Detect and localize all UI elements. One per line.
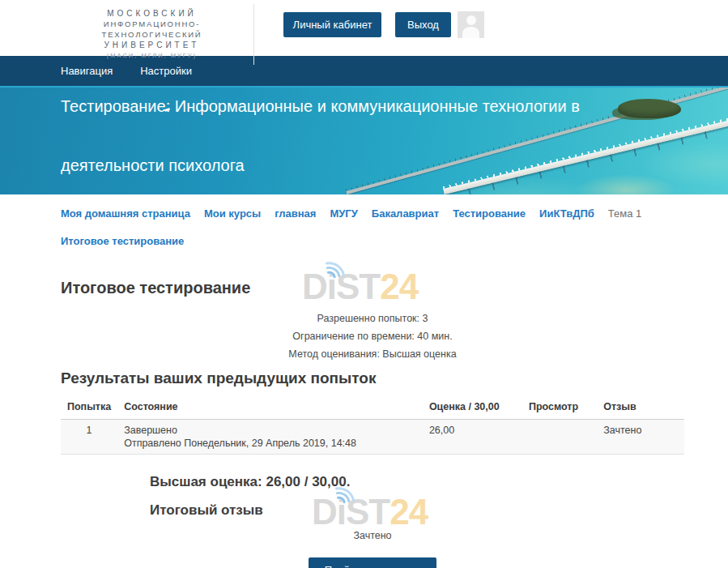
attempt-grade-cell: 26,00 [423,420,522,455]
col-header-review: Просмотр [522,396,597,420]
attempts-table-header-row: Попытка Состояние Оценка / 30,00 Просмот… [61,396,684,420]
quiz-info: Разрешенно попыток: 3 Ограничение по вре… [61,310,684,363]
course-title-line-2: деятельности психолога [61,155,580,176]
breadcrumb-my-home[interactable]: Моя домашняя страница [61,207,190,220]
grading-method-text: Метод оценивания: Высшая оценка [61,345,684,363]
col-header-state: Состояние [117,396,423,420]
course-title: Тестирование: Информационные и коммуника… [61,96,580,176]
page: МОСКОВСКИЙ ИНФОРМАЦИОННО-ТЕХНОЛОГИЧЕСКИЙ… [0,0,728,568]
quiz-title: Итоговое тестирование [61,279,684,297]
time-limit-text: Ограничение по времени: 40 мин. [61,327,684,345]
best-grade-text: Высшая оценка: 26,00 / 30,00. [150,474,684,490]
breadcrumb-iiktvdpb[interactable]: ИиКТвДПб [539,207,594,220]
breadcrumb-testing[interactable]: Тестирование [453,207,526,220]
logo-line-1: МОСКОВСКИЙ [60,8,244,19]
logo-line-4: (МАСИ, МГЛИ, МУГУ) [60,51,244,60]
attempts-table: Попытка Состояние Оценка / 30,00 Просмот… [61,396,684,455]
final-feedback-row: Итоговый отзыв DiST24 [150,502,684,519]
course-hero-banner: Тестирование: Информационные и коммуника… [0,86,728,194]
breadcrumb-mugu[interactable]: МУГУ [330,207,357,220]
university-logo[interactable]: МОСКОВСКИЙ ИНФОРМАЦИОННО-ТЕХНОЛОГИЧЕСКИЙ… [57,4,254,65]
breadcrumb: Моя домашняя страница Мои курсы главная … [0,194,728,258]
breadcrumb-main[interactable]: главная [275,207,316,220]
breadcrumb-row-2: Итоговое тестирование [61,233,728,248]
breadcrumb-bachelor[interactable]: Бакалавриат [372,207,439,220]
logout-button[interactable]: Выход [395,12,451,37]
avatar-head-icon [466,15,476,25]
attempt-review-cell [522,420,597,455]
final-feedback-value: Зачтено [61,530,684,541]
col-header-feedback: Отзыв [597,396,684,420]
main-content: DiST24 Итоговое тестирование Разрешенно … [61,279,684,568]
table-row: 1 Завершено Отправлено Понедельник, 29 А… [61,420,684,455]
breadcrumb-final-test[interactable]: Итоговое тестирование [61,235,184,247]
attempt-number-cell: 1 [61,420,117,455]
avatar-torso-icon [462,27,479,38]
personal-cabinet-button[interactable]: Личный кабинет [283,12,381,37]
col-header-grade: Оценка / 30,00 [423,396,522,420]
island-graphic [618,99,681,118]
final-feedback-heading: Итоговый отзыв [150,502,684,519]
logo-line-2: ИНФОРМАЦИОННО-ТЕХНОЛОГИЧЕСКИЙ [60,19,244,40]
retake-test-button[interactable]: Пройти тест заново [309,557,437,568]
logo-line-3: УНИВЕРСИТЕТ [60,40,244,50]
nav-item-settings[interactable]: Настройки [140,65,192,77]
attempts-allowed-text: Разрешенно попыток: 3 [61,310,684,327]
summary-block: Высшая оценка: 26,00 / 30,00. Итоговый о… [150,474,684,519]
results-heading: Результаты ваших предыдущих попыток [61,369,684,387]
site-header: МОСКОВСКИЙ ИНФОРМАЦИОННО-ТЕХНОЛОГИЧЕСКИЙ… [0,0,728,56]
attempt-state-line-2: Отправлено Понедельник, 29 Апрель 2019, … [124,437,416,450]
nav-item-navigation[interactable]: Навигация [61,65,113,77]
course-title-line-1: Тестирование: Информационные и коммуника… [61,96,580,117]
breadcrumb-row-1: Моя домашняя страница Мои курсы главная … [61,207,728,220]
attempt-state-line-1: Завершено [124,424,416,437]
user-avatar[interactable] [458,11,484,38]
attempt-feedback-cell: Зачтено [597,420,684,455]
col-header-attempt: Попытка [61,396,117,420]
retake-button-area: Пройти тест заново [61,557,684,568]
breadcrumb-my-courses[interactable]: Мои курсы [204,207,261,220]
attempt-state-cell: Завершено Отправлено Понедельник, 29 Апр… [117,420,423,455]
breadcrumb-topic-1: Тема 1 [608,207,641,220]
